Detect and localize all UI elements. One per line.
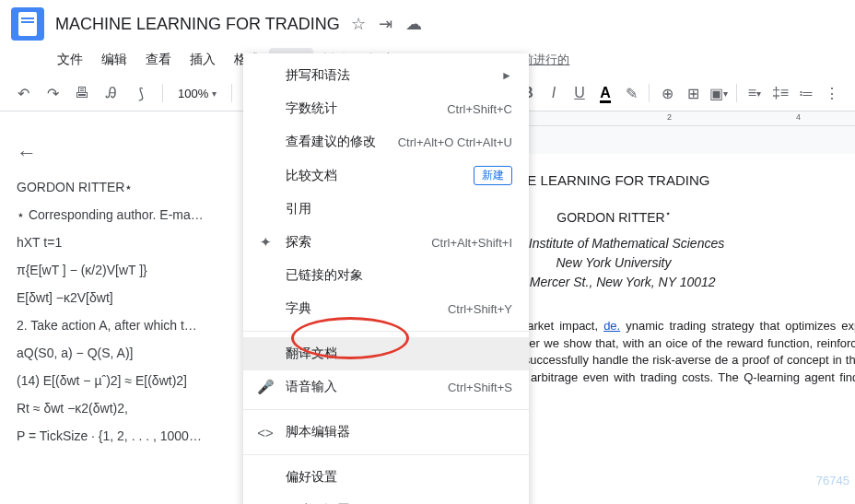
print-icon[interactable]: 🖶 [70,81,94,105]
outline-item[interactable]: hXT t=1 [17,235,227,250]
dropdown-item-icon: <> [256,425,275,440]
menu-view[interactable]: 查看 [136,48,181,72]
outline-item[interactable]: E[δwt] −κ2V[δwt] [17,290,227,305]
outline-item[interactable]: π{E[wT ] − (κ/2)V[wT ]} [17,263,227,277]
dropdown-item[interactable]: 偏好设置 [243,461,529,494]
comment-icon[interactable]: ⊞ [681,81,705,105]
tools-dropdown: 拼写和语法►字数统计Ctrl+Shift+C查看建议的修改Ctrl+Alt+O … [243,53,529,504]
redo-icon[interactable]: ↷ [41,81,64,105]
separator [649,84,650,102]
docs-logo-icon[interactable] [11,7,44,41]
dropdown-shortcut: Ctrl+Shift+C [447,102,512,116]
dropdown-item-label: 引用 [286,201,512,217]
dropdown-item[interactable]: 拼写和语法► [243,59,529,92]
outline-panel: ← GORDON RITTER⋆⋆ Corresponding author. … [0,126,243,504]
separator [162,84,163,102]
link-icon[interactable]: ⊕ [655,81,679,105]
move-icon[interactable]: ⇥ [379,14,392,34]
dropdown-item[interactable]: 字典Ctrl+Shift+Y [243,292,529,325]
dropdown-item-icon: 🎤 [256,379,275,395]
list-icon[interactable]: ≔ [794,81,818,105]
outline-item[interactable]: P = TickSize · {1, 2, . . . , 1000… [17,428,227,443]
outline-item[interactable]: ⋆ Corresponding author. E-ma… [17,207,227,222]
watermark: 76745 [816,474,849,487]
spellcheck-icon[interactable]: Ꭿ [100,81,123,105]
dropdown-item-label: 翻译文档 [286,346,512,362]
dropdown-item[interactable]: 已链接的对象 [243,259,529,292]
dropdown-item[interactable]: 翻译文档 [243,337,529,370]
chevron-right-icon: ► [501,69,512,82]
menu-edit[interactable]: 编辑 [92,48,136,72]
dropdown-item[interactable]: 查看建议的修改Ctrl+Alt+O Ctrl+Alt+U [243,125,529,158]
italic-button[interactable]: I [542,81,566,105]
dropdown-item[interactable]: 字数统计Ctrl+Shift+C [243,92,529,125]
outline-item[interactable]: GORDON RITTER⋆ [17,180,227,194]
document-title[interactable]: MACHINE LEARNING FOR TRADING [55,15,340,34]
dropdown-item[interactable]: ☨无障碍设置 [243,494,529,504]
underline-button[interactable]: U [568,81,591,105]
dropdown-item-label: 拼写和语法 [286,67,490,84]
dropdown-item[interactable]: 比较文档新建 [243,158,529,193]
dropdown-item-label: 探索 [286,234,420,251]
link[interactable]: de. [603,319,620,333]
cloud-icon[interactable]: ☁ [405,14,422,34]
outline-item[interactable]: 2. Take action A, after which t… [17,318,227,333]
zoom-select[interactable]: 100%▾ [172,87,222,100]
dropdown-shortcut: Ctrl+Shift+S [448,381,512,394]
dropdown-shortcut: Ctrl+Shift+Y [448,302,512,316]
outline-item[interactable]: aQ(S0, a) − Q(S, A)] [17,346,227,360]
dropdown-item-label: 字数统计 [286,100,436,117]
title-bar: MACHINE LEARNING FOR TRADING ☆ ⇥ ☁ [0,0,855,48]
dropdown-item-label: 字典 [286,300,437,317]
dropdown-item[interactable]: 引用 [243,193,529,226]
dropdown-shortcut: Ctrl+Alt+Shift+I [431,236,512,250]
outline-back-icon[interactable]: ← [17,141,227,165]
more-icon[interactable]: ⋮ [820,81,844,105]
dropdown-item-label: 比较文档 [286,168,463,184]
dropdown-item[interactable]: 🎤语音输入Ctrl+Shift+S [243,370,529,404]
new-badge: 新建 [474,166,512,185]
separator [736,84,737,102]
menu-file[interactable]: 文件 [48,48,92,72]
outline-item[interactable]: (14) E[(δwt − µˆ)2] ≈ E[(δwt)2] [17,373,227,388]
outline-item[interactable]: Rt ≈ δwt −κ2(δwt)2, [17,401,227,416]
image-icon[interactable]: ▣▾ [707,81,731,105]
dropdown-item-label: 偏好设置 [286,469,512,486]
dropdown-separator [243,454,529,455]
dropdown-shortcut: Ctrl+Alt+O Ctrl+Alt+U [398,135,512,149]
separator [231,84,232,102]
dropdown-item-label: 已链接的对象 [286,267,512,284]
dropdown-separator [243,331,529,332]
paint-format-icon[interactable]: ⟆ [129,81,153,105]
dropdown-item-label: 查看建议的修改 [286,134,387,150]
dropdown-item[interactable]: <>脚本编辑器 [243,416,529,449]
star-icon[interactable]: ☆ [351,14,366,34]
dropdown-separator [243,409,529,410]
text-color-button[interactable]: A [593,81,617,105]
menu-insert[interactable]: 插入 [181,48,225,72]
dropdown-item-icon: ✦ [256,234,275,251]
dropdown-item-label: 语音输入 [286,379,437,395]
line-spacing-icon[interactable]: ‡≡ [768,81,792,105]
dropdown-item[interactable]: ✦探索Ctrl+Alt+Shift+I [243,226,529,259]
align-icon[interactable]: ≡▾ [743,81,767,105]
undo-icon[interactable]: ↶ [11,81,35,105]
dropdown-item-label: 脚本编辑器 [286,424,512,440]
title-actions: ☆ ⇥ ☁ [351,14,422,34]
highlight-button[interactable]: ✎ [619,81,643,105]
